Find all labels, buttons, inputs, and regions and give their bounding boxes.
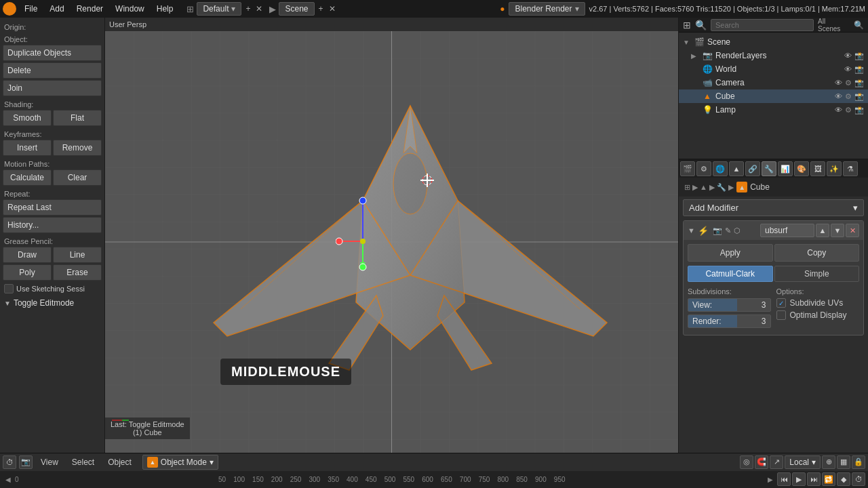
tab-data[interactable]: 📊 — [778, 161, 793, 176]
camera-vis-render2[interactable]: 📸 — [854, 79, 864, 87]
frame-end-btn[interactable]: ⏭ — [807, 472, 821, 486]
poly-btn[interactable]: Poly — [3, 264, 52, 281]
card-move-up[interactable]: ▲ — [816, 224, 829, 237]
catmull-clark-btn[interactable]: Catmull-Clark — [688, 266, 773, 282]
lamp-vis-render[interactable]: 📸 — [854, 106, 864, 115]
card-vis-render[interactable]: 📷 — [713, 226, 722, 235]
card-vis-edit[interactable]: ✎ — [725, 226, 731, 235]
menu-add[interactable]: Add — [44, 3, 69, 15]
card-vis-cage[interactable]: ⬡ — [734, 226, 741, 235]
menu-render[interactable]: Render — [71, 3, 108, 15]
modifier-name-input[interactable] — [760, 224, 814, 237]
mode-select[interactable]: ▲ Object Mode ▾ — [142, 455, 218, 470]
history-btn[interactable]: History... — [3, 217, 102, 233]
render-slider[interactable]: Render: 3 — [688, 314, 771, 328]
proportional-btn[interactable]: ◎ — [740, 455, 753, 469]
camera-vis-eye[interactable]: 👁 — [835, 79, 842, 87]
keyframe-type-btn[interactable]: ◆ — [837, 472, 850, 486]
lock-btn[interactable]: 🔒 — [852, 455, 865, 469]
transform-orient-btn[interactable]: ↗ — [770, 455, 783, 469]
draw-btn[interactable]: Draw — [3, 247, 52, 263]
optimal-display-checkbox[interactable] — [776, 310, 786, 320]
local-btn[interactable]: Local ▾ — [785, 455, 821, 469]
duplicate-objects-btn[interactable]: Duplicate Objects — [3, 45, 102, 61]
camera-vis-render[interactable]: ⚙ — [845, 79, 852, 87]
delete-btn[interactable]: Delete — [3, 62, 102, 79]
insert-btn[interactable]: Insert — [3, 140, 52, 156]
grease-pencil-row1: Draw Line — [3, 247, 102, 263]
erase-btn[interactable]: Erase — [53, 264, 102, 281]
subdivide-uvs-checkbox[interactable] — [776, 298, 786, 308]
tab-particles[interactable]: ✨ — [827, 161, 842, 176]
simple-btn[interactable]: Simple — [774, 266, 860, 282]
outliner-row-world[interactable]: 🌐 World 👁 📸 — [679, 62, 868, 76]
viewport-grid[interactable]: MIDDLEMOUSE Last: Toggle Editmode (1) Cu… — [105, 31, 678, 453]
line-btn[interactable]: Line — [53, 247, 102, 263]
renderlayers-vis-eye[interactable]: 👁 — [844, 52, 852, 60]
lamp-vis-settings[interactable]: ⚙ — [845, 106, 852, 115]
view-slider[interactable]: View: 3 — [688, 298, 771, 312]
outliner-row-renderlayers[interactable]: ▶ 📷 RenderLayers 👁 📸 — [679, 49, 868, 62]
timeline-icon-btn[interactable]: ⏱ — [3, 455, 16, 469]
remove-btn[interactable]: Remove — [53, 140, 102, 156]
tab-physics[interactable]: ⚗ — [843, 161, 858, 176]
calculate-btn[interactable]: Calculate — [3, 169, 52, 186]
menu-help[interactable]: Help — [151, 3, 179, 15]
tab-world[interactable]: 🌐 — [713, 161, 728, 176]
scene-btn[interactable]: Scene — [279, 2, 314, 16]
tab-scene[interactable]: ⚙ — [696, 161, 711, 176]
world-vis-eye[interactable]: 👁 — [844, 65, 852, 73]
renderlayers-vis-render[interactable]: 📸 — [854, 52, 864, 60]
tab-modifiers[interactable]: 🔧 — [762, 161, 776, 176]
snap-btn[interactable]: 🧲 — [755, 455, 768, 469]
sync-btn[interactable]: ⏱ — [852, 472, 865, 486]
workspace-close[interactable]: ✕ — [254, 4, 264, 14]
card-delete[interactable]: ✕ — [846, 224, 859, 237]
loop-btn[interactable]: 🔁 — [822, 472, 835, 486]
view-menu-btn[interactable]: View — [35, 456, 64, 468]
tab-constraints[interactable]: 🔗 — [745, 161, 760, 176]
3d-viewport[interactable]: User Persp — [105, 18, 678, 453]
repeat-last-btn[interactable]: Repeat Last — [3, 199, 102, 216]
cube-vis-eye[interactable]: 👁 — [835, 92, 842, 100]
tab-material[interactable]: 🎨 — [794, 161, 809, 176]
outliner-row-lamp[interactable]: 💡 Lamp 👁 ⚙ 📸 — [679, 103, 868, 117]
outliner-row-scene[interactable]: ▼ 🎬 Scene — [679, 35, 868, 49]
scene-add[interactable]: + — [317, 4, 325, 14]
card-toggle-arrow[interactable]: ▼ — [688, 226, 695, 235]
toggle-editmode[interactable]: ▼ Toggle Editmode — [3, 296, 102, 310]
scene-close[interactable]: ✕ — [328, 4, 337, 14]
tab-object[interactable]: ▲ — [729, 161, 744, 176]
select-menu-btn[interactable]: Select — [66, 456, 100, 468]
outliner-row-cube[interactable]: ▲ Cube 👁 ⚙ 📸 — [679, 89, 868, 103]
frame-start-btn[interactable]: ⏮ — [777, 472, 791, 486]
object-menu-btn[interactable]: Object — [102, 456, 137, 468]
menu-window[interactable]: Window — [110, 3, 150, 15]
lamp-vis-eye[interactable]: 👁 — [835, 106, 842, 114]
render-icon-btn[interactable]: 📷 — [19, 455, 33, 469]
clear-btn[interactable]: Clear — [53, 169, 102, 186]
workspace-btn[interactable]: Default ▾ — [197, 2, 241, 16]
smooth-btn[interactable]: Smooth — [3, 110, 52, 126]
flat-btn[interactable]: Flat — [53, 110, 102, 126]
blender-logo[interactable] — [3, 2, 16, 16]
join-btn[interactable]: Join — [3, 80, 102, 96]
add-modifier-btn[interactable]: Add Modifier ▾ — [683, 199, 864, 216]
layer-btn[interactable]: ▦ — [837, 455, 850, 469]
modifier-apply-btn[interactable]: Apply — [688, 244, 773, 262]
modifier-copy-btn[interactable]: Copy — [774, 244, 860, 262]
use-sketching-checkbox[interactable] — [4, 284, 14, 293]
outliner-search-input[interactable] — [711, 19, 814, 31]
card-move-down[interactable]: ▼ — [831, 224, 844, 237]
engine-select[interactable]: Blender Render ▾ — [509, 2, 585, 16]
cube-vis-settings[interactable]: ⚙ — [845, 92, 852, 101]
tab-render[interactable]: 🎬 — [680, 161, 695, 176]
pivot-btn[interactable]: ⊕ — [822, 455, 835, 469]
menu-file[interactable]: File — [19, 3, 43, 15]
world-vis-render[interactable]: 📸 — [854, 65, 864, 74]
outliner-row-camera[interactable]: 📹 Camera 👁 ⚙ 📸 — [679, 76, 868, 89]
play-btn[interactable]: ▶ — [792, 472, 806, 486]
workspace-add[interactable]: + — [244, 4, 252, 14]
cube-vis-render[interactable]: 📸 — [854, 92, 864, 101]
tab-texture[interactable]: 🖼 — [810, 161, 825, 176]
